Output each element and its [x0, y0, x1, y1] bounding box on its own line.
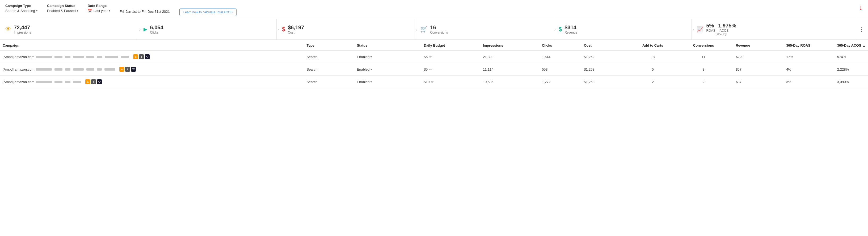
daily-budget: $5 ✏ [421, 50, 480, 63]
campaign-prefix: [Ampd] amazon.com [3, 68, 34, 71]
blurred-text [73, 68, 84, 71]
clicks-value: 553 [539, 63, 581, 76]
blurred-text [105, 56, 118, 58]
metric-impressions[interactable]: 👁 72,447 Impressions › [0, 19, 138, 40]
blurred-text [65, 68, 70, 71]
revenue-value: $37 [733, 76, 783, 88]
date-display: Fri, Jan 1st to Fri, Dec 31st 2021 [120, 9, 170, 14]
arrow-down-icon: ↓ [859, 4, 863, 11]
revenue-label: Revenue [564, 31, 577, 34]
date-range-filter: Date Range 📅 Last year ▾ [88, 4, 110, 13]
impressions-chevron-icon: › [139, 26, 141, 32]
table-header-row: Campaign Type Status Daily Budget Impres… [0, 40, 868, 50]
cost-value: $1,268 [581, 63, 631, 76]
metric-cost[interactable]: $ $6,197 Cost › [277, 19, 415, 40]
blurred-text [55, 81, 62, 83]
blurred-text [65, 56, 70, 58]
status-chevron-icon: ▾ [370, 55, 372, 58]
campaign-status[interactable]: Enabled ▾ [354, 76, 421, 88]
revenue-value: $314 [564, 24, 577, 31]
date-range-value: Last year [94, 9, 107, 13]
campaign-status-dropdown[interactable]: Enabled & Paused ▾ [47, 9, 78, 13]
cost-value: $1,253 [581, 76, 631, 88]
shield-icon: 🛡 [145, 54, 150, 59]
campaign-status[interactable]: Enabled ▾ [354, 63, 421, 76]
status-value: Enabled [357, 55, 370, 59]
add-to-carts-value: 18 [631, 50, 674, 63]
cost-value: $1,262 [581, 50, 631, 63]
campaign-name-wrapper: [Ampd] amazon.com ai🛡 [3, 79, 301, 84]
col-header-impressions: Impressions [480, 40, 539, 50]
campaign-prefix: [Ampd] amazon.com [3, 80, 34, 84]
campaign-status-label: Campaign Status [47, 4, 78, 8]
blurred-text [36, 56, 52, 58]
campaign-icons: ai🛡 [133, 54, 150, 59]
campaign-icons: ai🛡 [85, 79, 102, 84]
table-row: [Ampd] amazon.com ai🛡SearchEnabled ▾$10 … [0, 76, 868, 88]
daily-budget: $10 ✏ [421, 76, 480, 88]
edit-budget-icon[interactable]: ✏ [429, 68, 432, 71]
col-header-conversions: Conversions [674, 40, 733, 50]
col-header-clicks: Clicks [539, 40, 581, 50]
cost-value: $6,197 [288, 24, 304, 31]
campaign-type: Search [304, 50, 354, 63]
clicks-chevron-icon: › [277, 26, 279, 32]
campaign-prefix: [Ampd] amazon.com [3, 55, 34, 59]
campaign-status[interactable]: Enabled ▾ [354, 50, 421, 63]
campaign-type-filter: Campaign Type Search & Shopping ▾ [5, 4, 37, 13]
campaign-status-chevron-icon: ▾ [77, 9, 78, 12]
edit-budget-icon[interactable]: ✏ [429, 55, 432, 59]
clicks-value: 1,644 [539, 50, 581, 63]
col-header-status: Status [354, 40, 421, 50]
metric-roas-acos[interactable]: 📈 5% 1,975% ROAS ACOS 365-Day [691, 19, 855, 40]
table-row: [Ampd] amazon.com ai🛡SearchEnabled ▾$5 ✏… [0, 50, 868, 63]
col-header-roas-365: 365-Day ROAS [783, 40, 835, 50]
impressions-value: 11,114 [480, 63, 539, 76]
col-header-add-to-carts: Add to Carts [631, 40, 674, 50]
campaign-type-dropdown[interactable]: Search & Shopping ▾ [5, 9, 37, 13]
blurred-text [97, 56, 102, 58]
campaign-type-chevron-icon: ▾ [36, 9, 37, 12]
metric-conversions[interactable]: 🛒 16 Conversions › [415, 19, 553, 40]
info-icon: i [125, 67, 130, 72]
campaign-status-filter: Campaign Status Enabled & Paused ▾ [47, 4, 78, 13]
metrics-bar: 👁 72,447 Impressions › ▶ 6,054 Clicks › … [0, 19, 868, 40]
metric-clicks[interactable]: ▶ 6,054 Clicks › [138, 19, 276, 40]
impressions-label: Impressions [14, 31, 31, 34]
campaign-name-wrapper: [Ampd] amazon.com ai🛡 [3, 67, 301, 72]
roas-365-value: 4% [783, 63, 835, 76]
info-icon: i [91, 79, 96, 84]
campaign-icons: ai🛡 [119, 67, 136, 72]
status-chevron-icon: ▾ [370, 68, 372, 71]
col-header-acos-365[interactable]: 365-Day ACOS ▲ [835, 40, 868, 50]
cost-icon: $ [282, 26, 285, 33]
learn-acos-button[interactable]: Learn how to calculate Total ACOS [179, 8, 237, 16]
more-options-button[interactable]: ⋮ [855, 19, 868, 40]
blurred-text [55, 56, 62, 58]
amazon-icon: a [85, 79, 90, 84]
acos-365-value: 3,390% [835, 76, 868, 88]
campaign-type: Search [304, 63, 354, 76]
blurred-text [97, 68, 102, 71]
edit-budget-icon[interactable]: ✏ [431, 80, 434, 84]
col-header-type: Type [304, 40, 354, 50]
revenue-chevron-icon: › [692, 26, 694, 32]
acos-sort-icon: ▲ [863, 44, 865, 47]
add-to-carts-value: 2 [631, 76, 674, 88]
campaign-status-value: Enabled & Paused [47, 9, 76, 13]
revenue-value: $57 [733, 63, 783, 76]
acos-365-value: 574% [835, 50, 868, 63]
blurred-text [104, 68, 115, 71]
campaigns-table-container: Campaign Type Status Daily Budget Impres… [0, 40, 868, 88]
date-range-dropdown[interactable]: 📅 Last year ▾ [88, 9, 110, 13]
budget-value: $5 [424, 55, 428, 59]
daily-budget: $5 ✏ [421, 63, 480, 76]
clicks-value: 1,272 [539, 76, 581, 88]
metric-revenue[interactable]: $ $314 Revenue › [553, 19, 691, 40]
blurred-text [86, 56, 94, 58]
acos-label: ACOS [719, 29, 728, 32]
blurred-text [73, 56, 84, 58]
impressions-value: 21,399 [480, 50, 539, 63]
conversions-chevron-icon: › [554, 26, 556, 32]
clicks-value: 6,054 [150, 24, 163, 31]
